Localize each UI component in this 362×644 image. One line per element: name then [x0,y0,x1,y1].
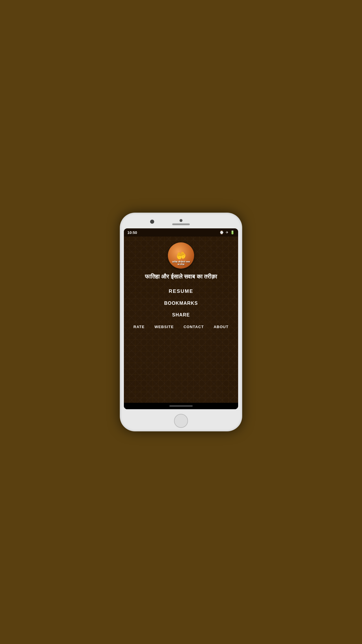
status-icons: ⌚ ✈ 🔋 [219,230,235,235]
contact-menu-item[interactable]: CONTACT [184,325,204,329]
status-time: 10:50 [127,230,137,235]
phone-device: 10:50 ⌚ ✈ 🔋 🤲 फ़ातिहा और ईसाले सवाबका तर… [120,213,242,431]
about-menu-item[interactable]: ABOUT [214,325,229,329]
phone-screen: 10:50 ⌚ ✈ 🔋 🤲 फ़ातिहा और ईसाले सवाबका तर… [124,228,238,409]
screen-content: 🤲 फ़ातिहा और ईसाले सवाबका तरीक़ा फातिहा … [124,237,238,409]
logo-hands-icon: 🤲 [175,250,187,261]
logo-text: फ़ातिहा और ईसाले सवाबका तरीक़ा [168,261,194,266]
share-menu-item[interactable]: SHARE [172,312,190,318]
resume-menu-item[interactable]: Resume [169,288,194,294]
phone-top-bar [124,217,238,225]
phone-bottom [124,412,238,428]
bottom-menu-row: RATE WEBSITE CONTACT ABOUT [129,325,233,329]
front-camera [150,220,154,224]
home-indicator [169,405,193,407]
website-menu-item[interactable]: WEBSITE [154,325,174,329]
camera-dot [180,219,182,222]
alarm-icon: ⌚ [219,230,224,235]
battery-icon: 🔋 [230,230,235,235]
phone-speaker [172,223,190,225]
app-title: फातिहा और ईसाले सवाब का तरीक़ा [145,273,217,280]
app-logo: 🤲 फ़ातिहा और ईसाले सवाबका तरीक़ा [168,242,194,269]
rate-menu-item[interactable]: RATE [133,325,145,329]
bookmarks-menu-item[interactable]: BOOKMARKS [164,301,198,306]
status-bar: 10:50 ⌚ ✈ 🔋 [124,228,238,237]
airplane-icon: ✈ [226,230,229,235]
home-button[interactable] [174,414,188,428]
screen-bottom-bar [124,403,238,409]
